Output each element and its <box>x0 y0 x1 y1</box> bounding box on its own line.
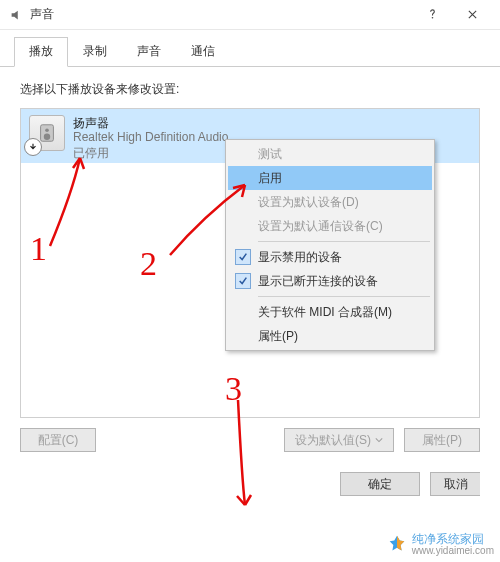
svg-point-2 <box>45 128 49 132</box>
watermark-text: 纯净系统家园 <box>412 533 494 545</box>
tab-playback[interactable]: 播放 <box>14 37 68 67</box>
ok-cancel-row: 确定 取消 <box>0 452 500 496</box>
tab-sounds[interactable]: 声音 <box>122 37 176 67</box>
tabs: 播放 录制 声音 通信 <box>0 30 500 67</box>
menu-properties[interactable]: 属性(P) <box>228 324 432 348</box>
watermark-icon <box>386 534 408 556</box>
checkmark-icon <box>235 249 251 265</box>
menu-set-default[interactable]: 设置为默认设备(D) <box>228 190 432 214</box>
bottom-button-row: 配置(C) 设为默认值(S) 属性(P) <box>0 418 500 452</box>
ok-button[interactable]: 确定 <box>340 472 420 496</box>
watermark-url: www.yidaimei.com <box>412 545 494 556</box>
configure-button[interactable]: 配置(C) <box>20 428 96 452</box>
menu-show-disconnected[interactable]: 显示已断开连接的设备 <box>228 269 432 293</box>
checkmark-icon <box>235 273 251 289</box>
speaker-icon <box>29 115 65 151</box>
menu-enable[interactable]: 启用 <box>228 166 432 190</box>
tab-communications[interactable]: 通信 <box>176 37 230 67</box>
instruction-text: 选择以下播放设备来修改设置: <box>20 81 480 98</box>
help-button[interactable] <box>412 4 452 26</box>
context-menu: 测试 启用 设置为默认设备(D) 设置为默认通信设备(C) 显示禁用的设备 显示… <box>225 139 435 351</box>
close-button[interactable] <box>452 4 492 26</box>
menu-show-disabled[interactable]: 显示禁用的设备 <box>228 245 432 269</box>
menu-separator <box>258 296 430 297</box>
set-default-button[interactable]: 设为默认值(S) <box>284 428 394 452</box>
tab-recording[interactable]: 录制 <box>68 37 122 67</box>
properties-button[interactable]: 属性(P) <box>404 428 480 452</box>
watermark: 纯净系统家园 www.yidaimei.com <box>386 533 494 556</box>
device-driver: Realtek High Definition Audio <box>73 130 228 145</box>
svg-point-0 <box>431 17 433 19</box>
cancel-button[interactable]: 取消 <box>430 472 480 496</box>
sound-icon <box>8 7 24 23</box>
disabled-badge-icon <box>24 138 42 156</box>
svg-point-3 <box>44 133 50 139</box>
device-name: 扬声器 <box>73 115 228 130</box>
menu-separator <box>258 241 430 242</box>
device-status: 已停用 <box>73 145 228 160</box>
menu-about-midi[interactable]: 关于软件 MIDI 合成器(M) <box>228 300 432 324</box>
window-title: 声音 <box>30 6 412 23</box>
menu-set-default-comm[interactable]: 设置为默认通信设备(C) <box>228 214 432 238</box>
titlebar: 声音 <box>0 0 500 30</box>
menu-test[interactable]: 测试 <box>228 142 432 166</box>
